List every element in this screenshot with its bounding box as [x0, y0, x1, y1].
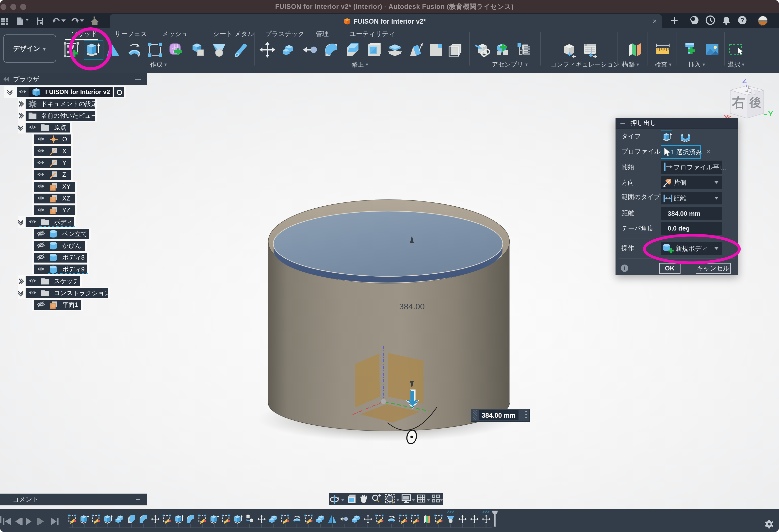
svg-text:Y: Y [768, 110, 773, 118]
svg-text:?: ? [740, 17, 744, 23]
svg-text:384.00: 384.00 [399, 302, 425, 311]
svg-text:右: 右 [731, 95, 745, 110]
svg-text:後: 後 [749, 96, 761, 109]
svg-text:Z: Z [742, 79, 747, 85]
